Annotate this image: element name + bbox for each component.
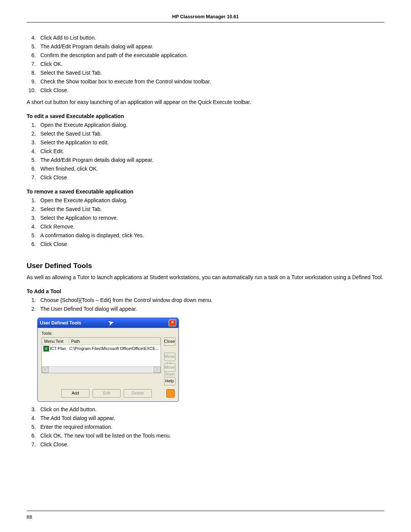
row-path-text: C:\Program Files\Microsoft Office\Office… — [68, 345, 161, 352]
list-item: Click Close. — [37, 86, 384, 94]
tools-label: Tools: — [41, 330, 175, 337]
move-up-button[interactable]: Move Up — [164, 353, 175, 361]
list-item: The Add/Edit Program details dialog will… — [37, 156, 384, 164]
column-path[interactable]: Path — [69, 338, 161, 345]
scroll-right-button[interactable]: › — [154, 367, 161, 373]
list-item: Select the Saved List Tab. — [37, 130, 384, 138]
list-item: Click Close — [37, 174, 384, 182]
help-button[interactable]: Help — [164, 377, 175, 385]
header-rule — [27, 22, 384, 22]
scroll-left-button[interactable]: ‹ — [42, 367, 49, 373]
list-item: A confirmation dialog is displayed, clic… — [37, 232, 384, 240]
dialog-titlebar[interactable]: User Defined Tools ➤ × — [38, 318, 178, 328]
instruction-list-remove: Open the Execute Application dialog. Sel… — [27, 197, 384, 248]
scroll-track[interactable] — [49, 367, 154, 372]
list-item: Click OK. — [37, 60, 384, 68]
list-item: Open the Execute Application dialog. — [37, 121, 384, 129]
hp-icon — [166, 389, 175, 398]
column-menu-text[interactable]: Menu Text — [42, 338, 69, 345]
list-item: Click Edit. — [37, 147, 384, 155]
instruction-list-add-b: Click on the Add button. The Add Tool di… — [27, 406, 384, 449]
move-down-button[interactable]: Move Down — [164, 363, 175, 372]
list-item: Click Close. — [37, 441, 384, 449]
list-item: Select the Application to remove. — [37, 214, 384, 222]
list-item: Check the Show toolbar box to execute fr… — [37, 78, 384, 86]
paragraph: A short cut button for easy launching of… — [27, 98, 384, 106]
list-header: Menu Text Path — [42, 338, 161, 345]
list-item: When finished, click OK. — [37, 165, 384, 173]
row-menu-text: ICT Plan — [50, 345, 66, 352]
list-item: Click on the Add button. — [37, 406, 384, 414]
list-item: The Add Tool dialog will appear. — [37, 414, 384, 422]
page-number: 88 — [27, 513, 384, 521]
section-heading-user-defined-tools: User Defined Tools — [27, 260, 384, 272]
dialog-title: User Defined Tools — [40, 320, 81, 326]
list-item: Open the Execute Application dialog. — [37, 197, 384, 204]
list-item: Select the Saved List Tab. — [37, 69, 384, 77]
list-item: The Add/Edit Program details dialog will… — [37, 43, 384, 51]
edit-button[interactable]: Edit — [92, 389, 121, 398]
delete-button[interactable]: Delete — [124, 389, 152, 398]
tools-listbox[interactable]: Menu Text Path X ICT Plan C:\Program Fil… — [41, 337, 161, 373]
paragraph: As well as allowing a Tutor to launch ap… — [27, 273, 384, 281]
list-item: Click Close — [37, 240, 384, 248]
list-row[interactable]: X ICT Plan C:\Program Files\Microsoft Of… — [42, 345, 161, 352]
dialog-figure: User Defined Tools ➤ × Tools: Menu Text … — [37, 318, 179, 402]
footer-rule — [27, 511, 384, 511]
list-item: Confirm the description and path of the … — [37, 51, 384, 59]
window-close-button[interactable]: × — [169, 320, 176, 326]
list-item: Click Remove. — [37, 223, 384, 231]
instruction-list-1: Click Add to List button. The Add/Edit P… — [27, 34, 384, 94]
cursor-icon: ➤ — [107, 319, 115, 327]
list-item: Click Add to List button. — [37, 34, 384, 42]
list-item: Enter the required information. — [37, 423, 384, 431]
user-defined-tools-dialog: User Defined Tools ➤ × Tools: Menu Text … — [37, 318, 179, 402]
list-item: Click OK. The new tool will be listed on… — [37, 432, 384, 440]
heading-remove: To remove a saved Executable application — [27, 188, 384, 196]
heading-edit: To edit a saved Executable application — [27, 112, 384, 120]
heading-add-tool: To Add a Tool — [27, 288, 384, 296]
excel-icon: X — [43, 346, 49, 351]
instruction-list-add-a: Choose {School}{Tools – Edit} from the C… — [27, 296, 384, 313]
list-item: Choose {School}{Tools – Edit} from the C… — [37, 296, 384, 304]
page-header: HP Classroom Manager 10.61 — [27, 13, 384, 21]
horizontal-scrollbar[interactable]: ‹ › — [42, 366, 161, 373]
list-item: The User Defined Tool dialog will appear… — [37, 305, 384, 313]
instruction-list-edit: Open the Execute Application dialog. Sel… — [27, 121, 384, 182]
add-button[interactable]: Add — [61, 389, 89, 398]
list-item: Select the Saved List Tab. — [37, 205, 384, 213]
close-button[interactable]: Close — [164, 337, 175, 346]
list-item: Select the Application to edit. — [37, 139, 384, 147]
